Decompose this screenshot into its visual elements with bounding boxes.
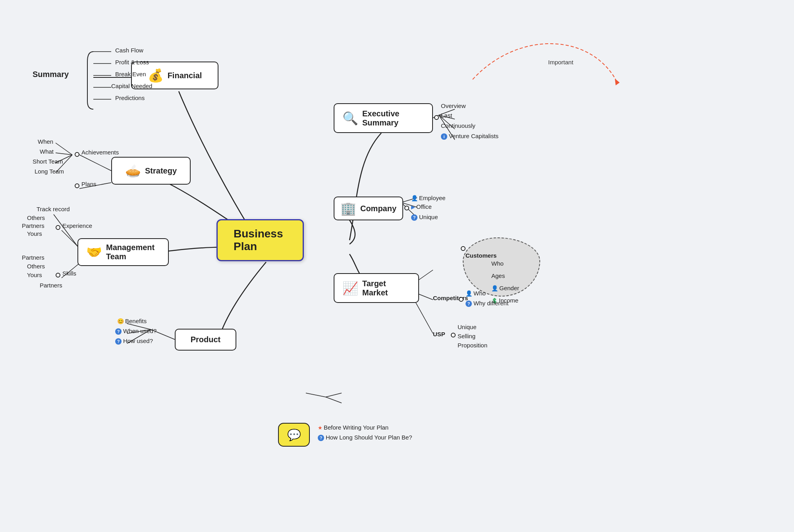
before-writing-label: ★Before Writing Your Plan <box>318 424 388 431</box>
short-team-label: Short Team <box>33 158 63 165</box>
partners-skill-label: Partners <box>22 254 44 261</box>
target-icon: 📈 <box>342 281 358 296</box>
partners-bottom-label: Partners <box>40 282 62 289</box>
last-label: Last <box>441 112 452 119</box>
when-used-label: ?When used? <box>115 328 156 335</box>
unique-usp-label: Unique <box>458 324 477 330</box>
financial-item-pl: Profit & Loss <box>115 59 149 66</box>
central-label: Business Plan <box>234 227 283 253</box>
product-node[interactable]: Product <box>175 329 236 351</box>
executive-label: Executive Summary <box>362 109 424 127</box>
what-label: What <box>40 148 54 155</box>
svg-line-7 <box>56 143 72 155</box>
svg-line-34 <box>326 397 342 403</box>
how-used-label: ?How used? <box>115 337 153 345</box>
connections-svg <box>0 0 794 532</box>
customers-label: Customers <box>466 252 527 259</box>
office-label: ▶Office <box>411 203 432 210</box>
executive-icon: 🔍 <box>342 111 358 126</box>
important-label: Important <box>548 59 573 66</box>
executive-circle <box>434 115 439 120</box>
target-label: Target Market <box>362 279 410 297</box>
overview-label: Overview <box>441 102 466 109</box>
customers-blob: Customers Who Ages 👤Gender 💲Income <box>463 237 540 297</box>
ages-label: Ages <box>491 272 553 279</box>
others-label: Others <box>27 214 45 221</box>
management-label: Management Team <box>106 243 160 261</box>
employee-label: 👤Employee <box>411 195 446 201</box>
company-icon: 🏢 <box>340 201 356 216</box>
management-icon: 🤝 <box>86 245 102 260</box>
skills-label: Skills <box>62 270 76 277</box>
company-label: Company <box>360 204 396 213</box>
summary-label: Summary <box>33 70 69 79</box>
financial-item-predictions: Predictions <box>115 94 145 101</box>
yours-skill-label: Yours <box>27 272 42 278</box>
continuously-label: Continuously <box>441 122 475 129</box>
plans-circle <box>75 183 79 188</box>
strategy-label: Strategy <box>145 166 177 175</box>
customers-circle <box>461 246 466 251</box>
usp-circle <box>451 333 456 337</box>
venture-label: iVenture Capitalists <box>441 133 498 140</box>
unique-company-label: ?Unique <box>411 214 438 221</box>
svg-line-32 <box>306 393 326 397</box>
quote-icon: 💬 <box>287 428 301 441</box>
long-team-label: Long Team <box>35 168 64 175</box>
svg-line-8 <box>56 153 72 155</box>
svg-marker-20 <box>615 79 620 85</box>
financial-item-capital: Capital Needed <box>111 83 152 89</box>
track-record-label: Track record <box>37 206 70 212</box>
financial-label: Financial <box>168 71 202 80</box>
target-market-node[interactable]: 📈 Target Market <box>334 273 419 303</box>
skills-circle <box>56 273 60 278</box>
company-node[interactable]: 🏢 Company <box>334 197 403 220</box>
when-label: When <box>38 138 53 145</box>
strategy-node[interactable]: 🥧 Strategy <box>111 157 191 185</box>
mind-map-canvas: Business Plan 💰 Financial Summary Cash F… <box>0 0 794 532</box>
others-skill-label: Others <box>27 263 45 270</box>
achievements-circle <box>75 152 79 157</box>
experience-label: Experience <box>62 222 92 229</box>
why-different-label: ?Why different <box>466 300 508 307</box>
competitors-circle <box>459 297 464 302</box>
usp-label: USP <box>433 331 445 337</box>
executive-node[interactable]: 🔍 Executive Summary <box>334 103 433 133</box>
product-label: Product <box>191 335 221 344</box>
selling-label: Selling <box>458 333 475 339</box>
svg-line-6 <box>79 155 111 171</box>
svg-line-27 <box>413 298 433 333</box>
financial-item-cashflow: Cash Flow <box>115 47 143 54</box>
who-competitor-label: 👤Who <box>466 290 486 297</box>
partners-exp-label: Partners <box>22 222 44 229</box>
yours-exp-label: Yours <box>27 230 42 237</box>
proposition-label: Proposition <box>458 342 487 349</box>
who-customer-label: Who <box>491 260 553 267</box>
management-node[interactable]: 🤝 Management Team <box>77 238 169 266</box>
financial-icon: 💰 <box>148 68 164 83</box>
company-circle <box>404 206 409 210</box>
quote-node[interactable]: 💬 <box>278 423 310 447</box>
experience-circle <box>56 225 60 230</box>
benefits-label: 😊Benefits <box>117 318 147 324</box>
strategy-icon: 🥧 <box>125 163 141 178</box>
financial-item-breakeven: Break Even <box>115 71 146 77</box>
plans-label: Plans <box>81 181 97 187</box>
central-node[interactable]: Business Plan <box>216 226 304 254</box>
svg-line-33 <box>326 393 342 397</box>
how-long-label: ?How Long Should Your Plan Be? <box>318 434 412 441</box>
gender-label: 👤Gender <box>491 285 553 291</box>
achievements-label: Achievements <box>81 149 119 156</box>
